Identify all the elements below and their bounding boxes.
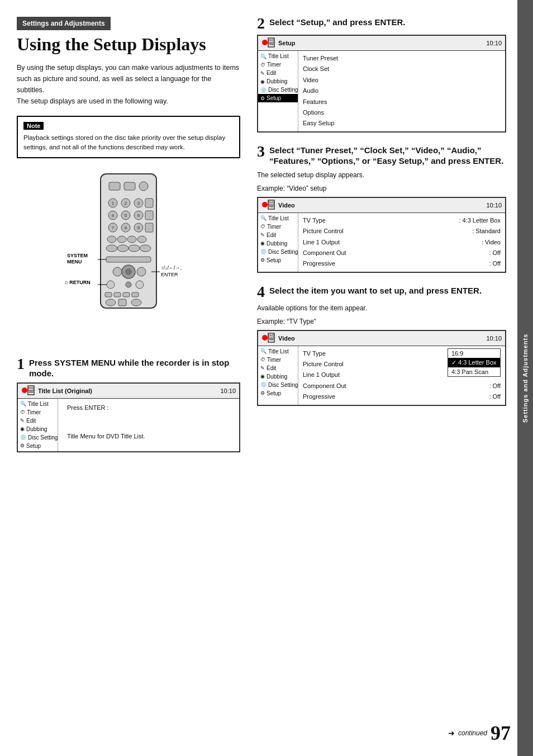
step-3: 3 Select “Tuner Preset,” “Clock Set,” “V…: [257, 145, 506, 273]
osd4-menu-edit: ✎Edit: [258, 364, 298, 372]
remote-illustration: 1 2 3 4 5 6: [17, 168, 240, 347]
note-box: Note Playback settings stored on the dis…: [17, 116, 240, 158]
step-1-osd: DVD RW Title List (Original) 10:10: [17, 382, 240, 452]
svg-text:2: 2: [125, 201, 127, 206]
svg-point-29: [106, 245, 117, 252]
svg-point-66: [262, 202, 268, 207]
svg-rect-1: [109, 182, 120, 190]
osd2-time: 10:10: [486, 40, 502, 46]
svg-point-39: [126, 282, 131, 287]
osd4-dropdown-item-letterbox: ✓ 4:3 Letter Box: [448, 358, 500, 367]
svg-text:RW: RW: [28, 390, 34, 394]
osd3-menu-timer: ⏱Timer: [258, 223, 298, 231]
osd2-menu-titlelist: 🔍Title List: [258, 52, 298, 60]
osd3-row-tvtype: TV Type : 4:3 Letter Box: [303, 215, 501, 226]
osd2-row-features: Features: [303, 97, 501, 107]
osd3-menu-edit: ✎Edit: [258, 231, 298, 239]
svg-text:DVD: DVD: [28, 386, 34, 390]
svg-rect-42: [114, 292, 121, 297]
step-3-title: Select “Tuner Preset,” “Clock Set,” “Vid…: [269, 145, 506, 167]
step-2-number: 2: [257, 16, 265, 31]
svg-point-37: [137, 267, 146, 276]
svg-point-30: [117, 245, 129, 252]
osd2-menu-edit: ✎Edit: [258, 69, 298, 77]
svg-rect-46: [118, 299, 126, 306]
osd1-time: 10:10: [220, 388, 236, 394]
step-3-osd: DVD RW Video 10:10 🔍Title: [257, 197, 506, 273]
osd4-menu-dubbing: ◉Dubbing: [258, 372, 298, 381]
svg-text:DVD: DVD: [268, 39, 274, 42]
svg-rect-41: [105, 292, 112, 297]
osd2-row-clock: Clock Set: [303, 64, 501, 74]
intro-text: By using the setup displays, you can mak…: [17, 62, 240, 107]
osd2-row-video: Video: [303, 75, 501, 86]
svg-text:8: 8: [125, 225, 127, 230]
svg-point-31: [129, 245, 140, 252]
osd1-menu-titlelist: 🔍Title List: [18, 400, 58, 408]
osd2-menu-dubbing: ◉Dubbing: [258, 77, 298, 86]
svg-text:DVD: DVD: [268, 201, 274, 204]
osd1-row1: Press ENTER :: [63, 401, 235, 415]
osd2-row-audio: Audio: [303, 86, 501, 96]
right-sidebar-label: Settings and Adjustments: [517, 0, 533, 756]
osd4-menu-titlelist: 🔍Title List: [258, 347, 298, 356]
osd1-row3: Title Menu for DVD Title List.: [63, 429, 235, 444]
osd2-row-options: Options: [303, 107, 501, 118]
step-4-desc2: Example: “TV Type”: [257, 316, 506, 327]
step-2-title: Select “Setup,” and press ENTER.: [269, 17, 405, 28]
svg-rect-43: [123, 292, 130, 297]
step-4: 4 Select the item you want to set up, an…: [257, 285, 506, 406]
svg-text:RW: RW: [269, 42, 274, 46]
svg-text:MENU: MENU: [67, 259, 82, 264]
svg-rect-44: [132, 292, 139, 297]
svg-rect-17: [145, 211, 153, 220]
svg-text:1: 1: [112, 201, 115, 206]
osd3-row-line1: Line 1 Output : Video: [303, 237, 501, 248]
osd4-dropdown-item-169: 16:9: [448, 349, 500, 358]
osd1-menu-setup: ⚙Setup: [18, 442, 58, 450]
step-3-desc2: Example: “Video” setup: [257, 183, 506, 193]
svg-point-71: [262, 335, 268, 341]
svg-point-26: [117, 236, 126, 243]
svg-point-56: [22, 388, 27, 393]
step-3-desc1: The selected setup display appears.: [257, 170, 506, 180]
svg-text:7: 7: [112, 225, 115, 230]
svg-text:RW: RW: [269, 338, 274, 341]
osd3-row-picctrl: Picture Control : Standard: [303, 226, 501, 237]
svg-text:6: 6: [137, 213, 140, 218]
osd4-badge: DVD RW: [261, 333, 275, 344]
svg-point-36: [126, 269, 131, 275]
osd1-menu-dubbing: ◉Dubbing: [18, 425, 58, 433]
osd4-title: Video: [278, 335, 483, 342]
svg-point-25: [107, 236, 116, 243]
page-footer: ➜ continued 97: [448, 721, 511, 745]
footer-page-number: 97: [491, 721, 511, 745]
osd2-badge: DVD RW: [261, 37, 275, 49]
osd1-menu-timer: ⏱Timer: [18, 408, 58, 417]
note-text: Playback settings stored on the disc tak…: [23, 133, 234, 153]
step-4-desc1: Available options for the item appear.: [257, 303, 506, 313]
step-1: 1 Press SYSTEM MENU while the recorder i…: [17, 357, 240, 452]
footer-arrow: ➜: [448, 729, 455, 738]
svg-point-47: [131, 299, 141, 306]
osd4-menu-timer: ⏱Timer: [258, 356, 298, 364]
step-4-title: Select the item you want to set up, and …: [269, 285, 482, 296]
osd4-menu-disc: 💿Disc Setting: [258, 381, 298, 389]
osd3-time: 10:10: [486, 202, 502, 209]
svg-text:↑/↓/←/→,: ↑/↓/←/→,: [161, 265, 182, 271]
osd1-row2: [63, 415, 235, 429]
osd2-row-easysetup: Easy Setup: [303, 118, 501, 129]
osd3-title: Video: [278, 202, 483, 209]
step-2: 2 Select “Setup,” and press ENTER. DVD: [257, 17, 506, 133]
svg-rect-10: [145, 199, 153, 207]
osd3-menu-dubbing: ◉Dubbing: [258, 239, 298, 248]
svg-text:ENTER: ENTER: [161, 272, 178, 277]
svg-point-28: [137, 236, 146, 243]
svg-rect-24: [145, 223, 153, 232]
step-1-title: Press SYSTEM MENU while the recorder is …: [29, 357, 240, 379]
osd1-menu-edit: ✎Edit: [18, 417, 58, 425]
svg-text:3: 3: [137, 201, 140, 206]
step-4-number: 4: [257, 284, 265, 300]
svg-text:4: 4: [112, 213, 115, 218]
svg-text:DVD: DVD: [268, 334, 274, 337]
